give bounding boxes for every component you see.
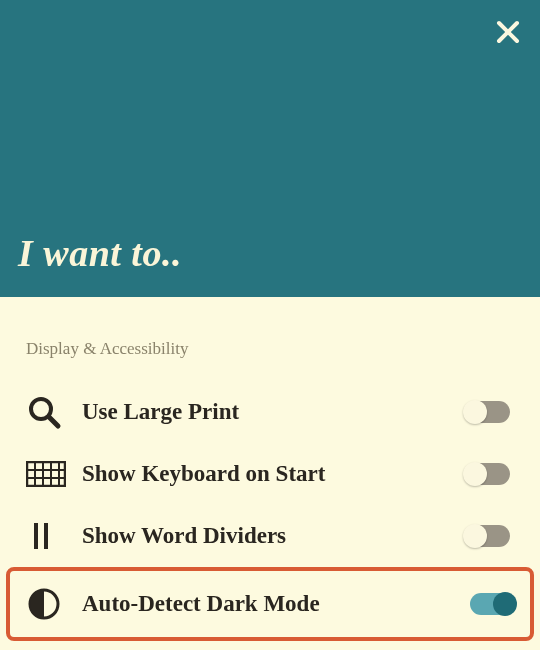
dividers-icon <box>26 520 56 552</box>
svg-rect-11 <box>34 523 38 549</box>
row-show-word-dividers[interactable]: Show Word Dividers <box>24 505 516 567</box>
row-label: Show Word Dividers <box>82 523 464 549</box>
magnifier-icon <box>26 394 62 430</box>
row-use-large-print[interactable]: Use Large Print <box>24 381 516 443</box>
row-show-keyboard-on-start[interactable]: Show Keyboard on Start <box>24 443 516 505</box>
close-icon <box>494 18 522 46</box>
section-label: Display & Accessibility <box>26 339 516 359</box>
svg-line-3 <box>49 417 58 426</box>
row-label: Use Large Print <box>82 399 464 425</box>
svg-rect-12 <box>44 523 48 549</box>
row-auto-detect-dark-mode[interactable]: Auto-Detect Dark Mode <box>6 567 534 641</box>
header-title: I want to.. <box>18 231 182 275</box>
toggle-use-large-print[interactable] <box>464 401 510 423</box>
row-label: Show Keyboard on Start <box>82 461 464 487</box>
keyboard-icon <box>26 461 66 487</box>
contrast-icon <box>26 586 62 622</box>
header: I want to.. <box>0 0 540 297</box>
settings-section: Display & Accessibility Use Large Print … <box>0 297 540 641</box>
row-label: Auto-Detect Dark Mode <box>82 591 470 617</box>
toggle-show-keyboard-on-start[interactable] <box>464 463 510 485</box>
close-button[interactable] <box>494 18 522 46</box>
toggle-auto-detect-dark-mode[interactable] <box>470 593 516 615</box>
toggle-show-word-dividers[interactable] <box>464 525 510 547</box>
